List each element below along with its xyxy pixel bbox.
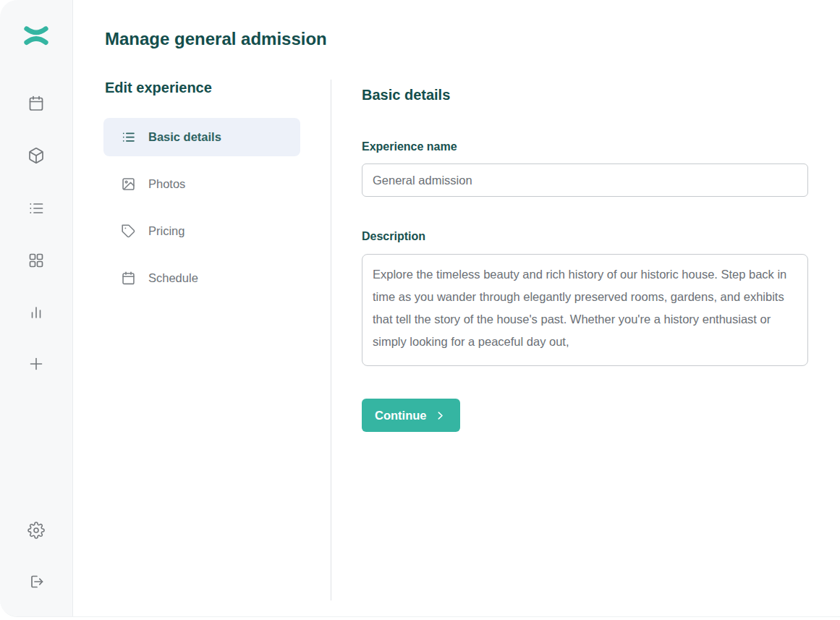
list-icon[interactable] [27,200,45,217]
logout-icon[interactable] [27,573,45,590]
nav-item-photos[interactable]: Photos [103,165,300,203]
experience-name-label: Experience name [362,140,457,153]
package-icon[interactable] [27,147,45,164]
grid-icon[interactable] [27,252,45,269]
xola-logo-icon[interactable] [22,25,50,48]
edit-experience-nav: Basic details Photos Pricing [103,118,300,306]
list-icon [121,129,136,145]
experience-name-input[interactable] [362,164,808,197]
calendar-icon[interactable] [27,95,45,112]
nav-item-schedule[interactable]: Schedule [103,259,300,297]
calendar-icon [121,271,136,286]
nav-item-basic-details[interactable]: Basic details [103,118,300,156]
nav-item-pricing[interactable]: Pricing [103,212,300,250]
nav-item-label: Schedule [148,271,198,285]
chevron-right-icon [435,410,446,421]
gear-icon[interactable] [27,522,45,539]
nav-item-label: Pricing [148,224,184,238]
section-divider [331,80,331,600]
tag-icon [121,224,136,239]
description-label: Description [362,230,425,243]
image-icon [121,177,136,192]
nav-item-label: Photos [148,177,185,191]
plus-icon[interactable] [27,355,45,373]
bar-chart-icon[interactable] [27,304,45,321]
app-window: Manage general admission Edit experience… [0,0,840,617]
sidebar [0,0,73,616]
continue-button[interactable]: Continue [362,399,460,432]
basic-details-heading: Basic details [362,86,450,103]
description-textarea[interactable]: Explore the timeless beauty and rich his… [362,254,808,366]
continue-button-label: Continue [375,409,427,422]
page-title: Manage general admission [105,29,327,49]
edit-experience-heading: Edit experience [105,79,212,96]
nav-item-label: Basic details [148,130,221,144]
